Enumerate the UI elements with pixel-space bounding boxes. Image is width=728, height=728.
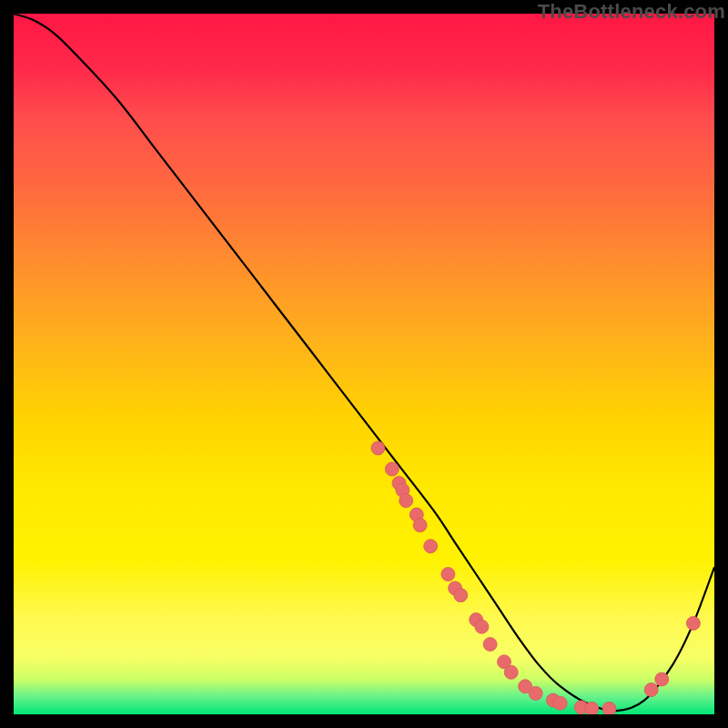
data-point bbox=[529, 686, 542, 700]
chart-frame: TheBottleneck.com bbox=[14, 14, 714, 714]
data-point bbox=[399, 494, 413, 508]
data-point bbox=[424, 540, 438, 553]
data-point bbox=[553, 696, 567, 710]
chart-overlay bbox=[14, 14, 714, 714]
data-point bbox=[454, 589, 468, 602]
data-point bbox=[644, 683, 658, 697]
data-point bbox=[475, 620, 489, 633]
data-point bbox=[655, 672, 669, 686]
data-point bbox=[686, 616, 700, 630]
bottleneck-curve bbox=[14, 14, 714, 711]
data-point bbox=[385, 462, 399, 476]
data-point bbox=[483, 638, 497, 652]
data-point bbox=[371, 441, 385, 455]
data-point bbox=[441, 568, 455, 581]
data-points-group bbox=[371, 441, 701, 714]
data-point bbox=[413, 519, 427, 532]
data-point bbox=[585, 702, 599, 714]
data-point bbox=[504, 665, 518, 679]
data-point bbox=[602, 702, 616, 714]
